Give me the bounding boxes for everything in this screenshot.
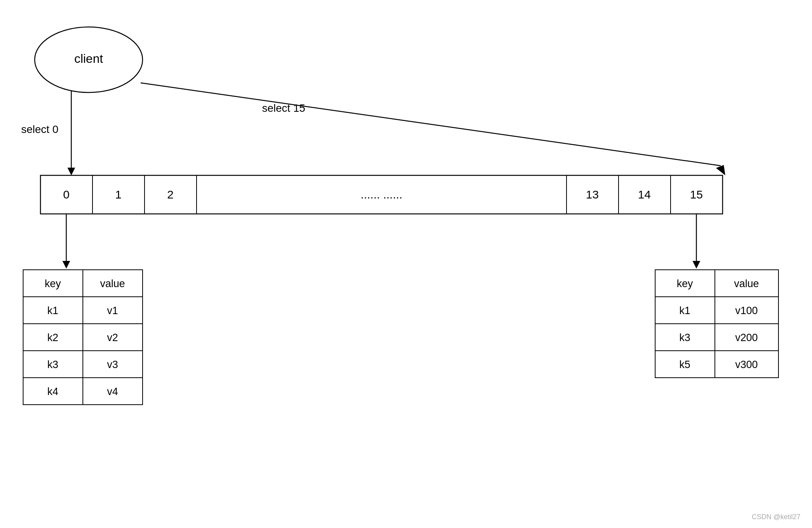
t0-r4-key: k4 [47,386,59,397]
t15-r3-value: v300 [735,359,758,370]
t0-r1-key: k1 [47,305,59,316]
slot0-to-table0-head [62,261,70,269]
select15-label: select 15 [262,102,305,114]
t0-r2-key: k2 [47,332,59,343]
slot15-to-table15-head [693,261,700,269]
select0-arrow-head [67,168,75,175]
select0-label: select 0 [21,123,59,135]
t0-r3-value: v3 [107,359,118,370]
t15-r3-key: k5 [679,359,691,370]
t0-header-key: key [45,278,61,289]
slot-13-label: 13 [586,188,598,201]
t0-r3-key: k3 [47,359,59,370]
t15-r2-value: v200 [735,332,758,343]
select15-arrow-line [141,83,721,166]
t15-r1-key: k1 [679,305,691,316]
select15-arrow-head [716,165,725,175]
slot-2-label: 2 [167,188,174,201]
t0-r1-value: v1 [107,305,118,316]
slot-0-label: 0 [63,188,70,201]
slot-14-label: 14 [638,188,651,201]
t15-r1-value: v100 [735,305,758,316]
watermark: CSDN @ketil27 [752,513,800,521]
t15-header-key: key [677,278,693,289]
t0-header-value: value [100,278,125,289]
t15-r2-key: k3 [679,332,691,343]
t15-header-value: value [734,278,759,289]
client-label: client [74,52,103,66]
t0-r4-value: v4 [107,386,118,397]
slot-15-label: 15 [690,188,703,201]
slot-1-label: 1 [115,188,122,201]
t0-r2-value: v2 [107,332,118,343]
slot-middle-label: ...... ...... [361,188,402,201]
